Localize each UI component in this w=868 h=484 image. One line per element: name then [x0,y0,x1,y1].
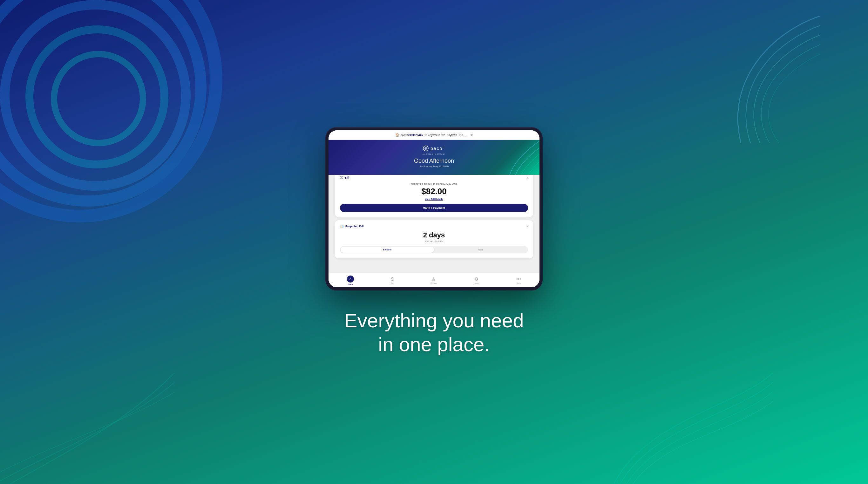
more-nav-icon: ••• [516,276,521,281]
usage-nav-icon: ⚙ [474,276,478,281]
bottom-tagline: Everything you need in one place. [344,309,524,356]
header-swoosh-decoration [489,140,539,175]
account-number: 7989123445 [408,133,423,137]
nav-item-more[interactable]: ••• More [516,276,521,284]
bill-card-title: Bill [345,176,349,179]
bill-nav-icon: $ [391,276,394,281]
projected-card-header: 📊 Projected Bill › [340,224,528,229]
usage-nav-label: Usage [474,282,479,284]
peco-logo-icon [423,146,429,151]
home-nav-icon: ⌂ [349,277,352,281]
electric-gas-toggle: Electric Gas [340,246,528,253]
account-address: 10 Anywhere Ave. Anytown USA, ... [425,133,467,137]
bill-card-header: ⓘ Bill › [340,175,528,180]
projected-until-text: until next forecast [340,240,528,243]
bill-card: ⓘ Bill › You have a bill due on Monday, … [335,175,533,217]
nav-item-outage[interactable]: ⚠ Outage [431,276,437,284]
peco-tagline: AN EXELON COMPANY [335,153,533,155]
account-label: Acct #7989123445 10 Anywhere Ave. Anytow… [400,133,467,137]
top-bar: 🏠 Acct #7989123445 10 Anywhere Ave. Anyt… [329,130,539,140]
projected-bill-card: 📊 Projected Bill › 2 days until next for… [335,220,533,259]
refresh-icon[interactable]: ↻ [470,133,473,137]
projected-card-chevron-icon[interactable]: › [527,224,528,229]
projected-days: 2 days [340,231,528,239]
outage-nav-icon: ⚠ [431,276,436,281]
bill-due-text: You have a bill due on Monday, May 20th. [340,182,528,185]
tagline-line2: in one place. [344,333,524,356]
tablet-screen: 🏠 Acct #7989123445 10 Anywhere Ave. Anyt… [329,130,539,287]
bill-card-header-left: ⓘ Bill [340,175,349,180]
peco-logo-text: peco° [431,146,445,151]
bill-amount: $82.00 [340,186,528,196]
app-header: peco° AN EXELON COMPANY Good Afternoon I… [329,140,539,175]
bill-nav-label: Bill [391,282,394,284]
acct-prefix: Acct # [400,133,408,137]
bill-icon: ⓘ [340,175,343,180]
outage-nav-label: Outage [431,282,437,284]
cards-area: ⓘ Bill › You have a bill due on Monday, … [329,175,539,273]
tablet-mockup: 🏠 Acct #7989123445 10 Anywhere Ave. Anyt… [326,128,542,290]
bottom-nav: ⌂ Home $ Bill ⚠ Outage ⚙ Usage •• [329,273,539,287]
tagline-line1: Everything you need [344,309,524,332]
nav-home-background: ⌂ [347,275,354,282]
projected-bill-icon: 📊 [340,225,344,228]
greeting-text: Good Afternoon [335,158,533,164]
bill-card-chevron-icon[interactable]: › [527,175,528,180]
svg-point-1 [425,147,427,150]
make-payment-button[interactable]: Make a Payment [340,204,528,212]
nav-item-bill[interactable]: $ Bill [391,276,394,284]
nav-item-home[interactable]: ⌂ Home [347,275,354,285]
projected-card-header-left: 📊 Projected Bill [340,225,364,228]
projected-card-title: Projected Bill [345,225,364,228]
gas-tab[interactable]: Gas [434,247,527,253]
page-container: 🏠 Acct #7989123445 10 Anywhere Ave. Anyt… [0,0,868,484]
nav-item-usage[interactable]: ⚙ Usage [474,276,479,284]
home-small-icon: 🏠 [395,133,399,137]
view-bill-details-link[interactable]: View Bill Details [340,198,528,201]
electric-tab[interactable]: Electric [341,247,434,253]
more-nav-label: More [517,282,521,284]
home-nav-label: Home [348,283,353,285]
date-text: It's Sunday, May 12, 2020 [335,165,533,168]
peco-logo: peco° [335,146,533,151]
